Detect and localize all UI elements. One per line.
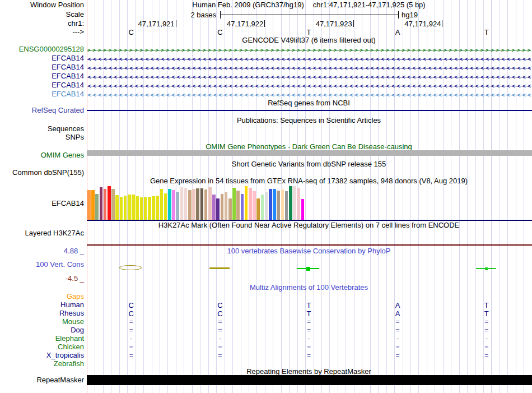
gtex-expression-bar[interactable] — [253, 191, 256, 220]
gtex-expression-bar[interactable] — [144, 197, 147, 220]
publications-sequences-label[interactable]: Sequences — [0, 125, 84, 133]
gtex-expression-bar[interactable] — [216, 198, 220, 220]
gene-label[interactable]: EFCAB14 — [0, 81, 84, 89]
gtex-expression-bar[interactable] — [196, 188, 199, 220]
gtex-expression-bar[interactable] — [301, 199, 305, 220]
gtex-expression-bar[interactable] — [91, 190, 95, 220]
gtex-expression-bar[interactable] — [136, 196, 139, 220]
gene-item-row[interactable]: <<<<<<<<<<<<<<<<<<<<<<<<<<<<<<<<<<<<<<<<… — [87, 55, 531, 63]
gtex-expression-bar[interactable] — [297, 188, 300, 220]
gtex-expression-bar[interactable] — [156, 196, 159, 220]
gtex-expression-bar[interactable] — [111, 189, 115, 220]
gtex-gene-label[interactable]: EFCAB14 — [0, 200, 84, 207]
gtex-expression-bar[interactable] — [120, 197, 123, 220]
gtex-expression-bar[interactable] — [180, 187, 184, 220]
gtex-expression-bar[interactable] — [208, 187, 212, 220]
gtex-expression-bar[interactable] — [108, 186, 111, 220]
omim-gene-bar[interactable] — [87, 150, 532, 156]
omim-genes-label[interactable]: OMIM Genes — [0, 151, 84, 159]
gtex-expression-bar[interactable] — [95, 194, 99, 220]
gtex-expression-bar[interactable] — [188, 190, 192, 220]
gtex-expression-bar[interactable] — [87, 190, 91, 220]
gtex-expression-bar[interactable] — [124, 196, 127, 220]
repeatmasker-label[interactable]: RepeatMasker — [0, 376, 84, 384]
gene-item-row[interactable]: <<<<<<<<<<<<<<<<<<<<<<<<<<<<<<<<<<<<<<<<… — [87, 73, 531, 81]
reference-base: C — [209, 28, 231, 36]
gene-label[interactable]: EFCAB14 — [0, 72, 84, 80]
gene-item-row[interactable]: <<<<<<<<<<<<<<<<<<<<<<<<<<<<<<<<<<<<<<<<… — [87, 82, 531, 90]
gtex-expression-bar[interactable] — [200, 188, 204, 220]
gtex-expression-bar[interactable] — [176, 192, 179, 220]
multiz-species-label[interactable]: Dog — [0, 326, 84, 334]
gtex-expression-bar[interactable] — [261, 195, 264, 220]
gtex-expression-bar[interactable] — [285, 191, 288, 220]
gene-item-row[interactable]: <<<<<<<<<<<<<<<<<<<<<<<<<<<<<<<<<<<<<<<<… — [87, 91, 531, 99]
publications-snps-label[interactable]: SNPs — [0, 133, 84, 141]
refseq-curated-label[interactable]: RefSeq Curated — [0, 107, 84, 114]
gtex-expression-bar[interactable] — [228, 198, 232, 220]
gtex-expression-bar[interactable] — [293, 186, 296, 220]
h3k27ac-label[interactable]: Layered H3K27Ac — [0, 229, 84, 237]
gtex-expression-bar[interactable] — [100, 187, 103, 220]
gtex-expression-bar[interactable] — [232, 188, 236, 220]
multiz-species-label[interactable]: Human — [0, 301, 84, 309]
gtex-expression-bar[interactable] — [132, 195, 135, 220]
gtex-expression-bar[interactable] — [172, 190, 175, 220]
multiz-alignment-symbol: = — [120, 318, 142, 326]
gtex-expression-bar[interactable] — [289, 186, 292, 220]
gene-label[interactable]: ENSG00000295128 — [0, 45, 84, 53]
conservation-negative-ellipse — [119, 265, 142, 270]
repeatmasker-element-bar[interactable] — [87, 375, 532, 385]
gtex-expression-bar[interactable] — [204, 189, 208, 220]
gtex-expression-bar[interactable] — [160, 189, 164, 220]
multiz-alignment-symbol: = — [298, 343, 320, 351]
gtex-expression-bar[interactable] — [168, 189, 171, 220]
gtex-expression-bar[interactable] — [128, 195, 131, 220]
gtex-expression-bar[interactable] — [140, 197, 143, 220]
gtex-expression-bar[interactable] — [273, 189, 276, 220]
gene-label[interactable]: EFCAB14 — [0, 54, 84, 62]
gtex-expression-bar[interactable] — [256, 198, 260, 220]
ruler-tick — [176, 20, 176, 27]
gencode-track-title: GENCODE V49lift37 (6 items filtered out) — [87, 36, 531, 44]
multiz-species-label[interactable]: X_tropicalis — [0, 352, 84, 359]
gtex-expression-bar[interactable] — [115, 195, 119, 220]
multiz-species-label[interactable]: Zebrafish — [0, 360, 84, 368]
multiz-species-label[interactable]: Gaps — [0, 293, 84, 300]
conservation-label[interactable]: 100 Vert. Cons — [0, 261, 84, 269]
gtex-expression-bar[interactable] — [152, 196, 155, 220]
gtex-expression-bar[interactable] — [277, 191, 280, 220]
gtex-expression-bar[interactable] — [148, 197, 151, 220]
scale-value: 2 bases — [168, 11, 216, 19]
refseq-gene-line[interactable] — [87, 110, 532, 111]
gtex-expression-bar[interactable] — [236, 191, 240, 220]
gtex-expression-bar[interactable] — [212, 195, 216, 220]
gene-label[interactable]: EFCAB14 — [0, 90, 84, 98]
genome-browser-image: Window Position Human Feb. 2009 (GRCh37/… — [0, 0, 532, 393]
gtex-expression-bar[interactable] — [249, 188, 252, 220]
gtex-expression-bar[interactable] — [192, 189, 195, 220]
gtex-expression-bar[interactable] — [245, 186, 248, 220]
gene-label[interactable]: EFCAB14 — [0, 63, 84, 71]
gtex-expression-bar[interactable] — [164, 193, 167, 220]
multiz-species-label[interactable]: Rhesus — [0, 309, 84, 317]
gtex-expression-bar[interactable] — [241, 194, 244, 220]
multiz-species-label[interactable]: Elephant — [0, 335, 84, 343]
dbsnp-label[interactable]: Common dbSNP(155) — [0, 169, 84, 177]
gtex-expression-bar[interactable] — [221, 194, 224, 220]
gtex-expression-bar[interactable] — [225, 192, 228, 220]
gtex-expression-bar[interactable] — [269, 189, 272, 220]
gtex-expression-bar[interactable] — [265, 192, 268, 220]
multiz-alignment-symbol: = — [120, 326, 142, 334]
gene-item-row[interactable]: >>>>>>>>>>>>>>>>>>>>>>>>>>>>>>>>>>>>>>>>… — [87, 46, 531, 54]
reference-base: T — [298, 28, 320, 36]
gene-item-row[interactable]: <<<<<<<<<<<<<<<<<<<<<<<<<<<<<<<<<<<<<<<<… — [87, 64, 531, 72]
genome-label: hg19 — [402, 11, 418, 19]
multiz-species-label[interactable]: Chicken — [0, 343, 84, 351]
chrom-label: chr1: — [0, 20, 84, 27]
gtex-expression-bar[interactable] — [104, 189, 107, 220]
gtex-expression-bar[interactable] — [184, 188, 188, 220]
multiz-alignment-symbol: = — [209, 343, 231, 351]
gtex-expression-bar[interactable] — [281, 189, 284, 220]
multiz-species-label[interactable]: Mouse — [0, 318, 84, 326]
